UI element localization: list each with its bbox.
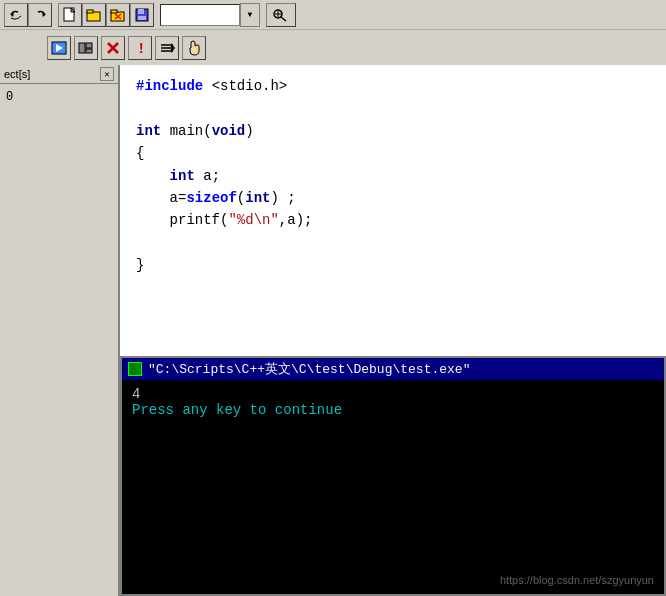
- code-content: #include <stdio.h> int main(void) { int …: [120, 65, 666, 287]
- terminal-body: 4 Press any key to continue: [122, 380, 664, 424]
- svg-rect-19: [79, 43, 85, 53]
- code-line-8: [136, 232, 650, 254]
- code-line-1: #include <stdio.h>: [136, 75, 650, 97]
- main-area: ect[s] ✕ 0 #include <stdio.h> int main(v…: [0, 65, 666, 596]
- code-line-5: int a;: [136, 165, 650, 187]
- svg-rect-21: [86, 49, 92, 53]
- terminal-watermark: https://blog.csdn.net/szgyunyun: [500, 574, 654, 586]
- sidebar-item: 0: [4, 88, 114, 106]
- find-button[interactable]: [266, 3, 296, 27]
- editor-area[interactable]: #include <stdio.h> int main(void) { int …: [120, 65, 666, 596]
- toolbar-combo[interactable]: [160, 4, 240, 26]
- code-line-7: printf("%d\n",a);: [136, 209, 650, 231]
- code-line-2: [136, 97, 650, 119]
- hand-button[interactable]: [182, 36, 206, 60]
- code-line-6: a=sizeof(int) ;: [136, 187, 650, 209]
- sidebar-content: 0: [0, 84, 118, 110]
- resources-button[interactable]: [74, 36, 98, 60]
- undo-button[interactable]: [4, 3, 28, 27]
- terminal-output-message: Press any key to continue: [132, 402, 654, 418]
- svg-rect-5: [87, 10, 93, 13]
- sidebar-close-button[interactable]: ✕: [100, 67, 114, 81]
- redo-button[interactable]: [28, 3, 52, 27]
- svg-text:!: !: [137, 41, 145, 55]
- code-line-9: }: [136, 254, 650, 276]
- stop-button[interactable]: [101, 36, 125, 60]
- svg-rect-7: [111, 10, 117, 13]
- svg-rect-20: [86, 43, 92, 48]
- sidebar-title: ect[s]: [4, 68, 30, 80]
- svg-line-14: [281, 17, 286, 21]
- terminal-icon: [128, 362, 142, 376]
- code-line-3: int main(void): [136, 120, 650, 142]
- close-file-button[interactable]: [106, 3, 130, 27]
- toolbar-row2: !: [0, 30, 666, 65]
- dropdown-arrow[interactable]: ▼: [240, 3, 260, 27]
- code-line-4: {: [136, 142, 650, 164]
- terminal-output-number: 4: [132, 386, 654, 402]
- svg-rect-12: [138, 16, 146, 20]
- toolbar-row1: ▼: [0, 0, 666, 30]
- terminal-window: "C:\Scripts\C++英文\C\test\Debug\test.exe"…: [120, 356, 666, 596]
- run-button[interactable]: [47, 36, 71, 60]
- sidebar: ect[s] ✕ 0: [0, 65, 120, 596]
- open-file-button[interactable]: [82, 3, 106, 27]
- terminal-titlebar: "C:\Scripts\C++英文\C\test\Debug\test.exe": [122, 358, 664, 380]
- svg-rect-11: [138, 9, 144, 14]
- exclaim-button[interactable]: !: [128, 36, 152, 60]
- save-button[interactable]: [130, 3, 154, 27]
- list-button[interactable]: [155, 36, 179, 60]
- terminal-title: "C:\Scripts\C++英文\C\test\Debug\test.exe": [148, 360, 470, 378]
- new-file-button[interactable]: [58, 3, 82, 27]
